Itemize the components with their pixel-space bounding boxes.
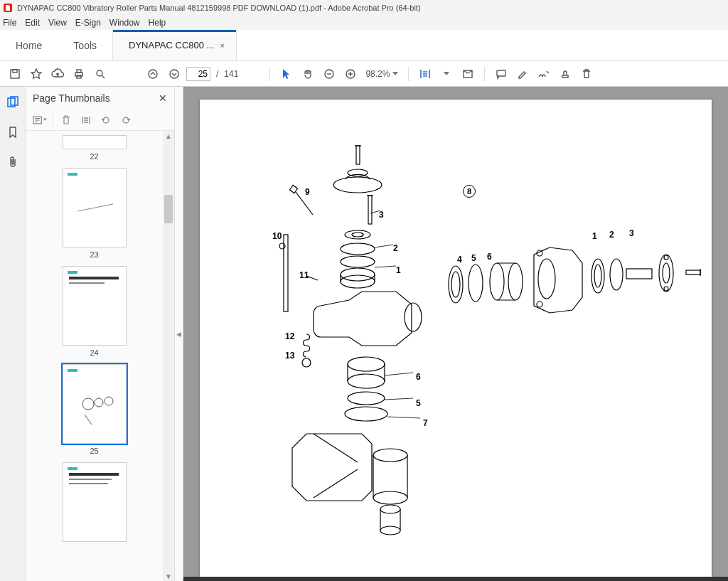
find-icon[interactable] xyxy=(91,65,109,83)
menu-file[interactable]: File xyxy=(3,18,16,28)
svg-point-8 xyxy=(170,70,178,78)
svg-point-31 xyxy=(348,169,368,176)
svg-point-43 xyxy=(302,358,311,367)
print-icon[interactable] xyxy=(70,65,88,83)
svg-rect-25 xyxy=(68,467,77,470)
scroll-up-icon[interactable]: ▲ xyxy=(163,131,174,141)
star-icon[interactable] xyxy=(27,65,46,83)
page-total: 141 xyxy=(224,69,238,79)
menu-window[interactable]: Window xyxy=(109,18,140,28)
svg-point-61 xyxy=(594,265,601,287)
selection-tool-icon[interactable] xyxy=(277,65,296,83)
delete-icon[interactable] xyxy=(577,65,596,83)
svg-line-17 xyxy=(77,204,113,211)
svg-point-44 xyxy=(348,357,385,371)
thumbnail-preview xyxy=(63,364,127,444)
svg-rect-21 xyxy=(68,369,77,372)
svg-point-48 xyxy=(373,449,407,462)
attachments-panel-icon[interactable] xyxy=(4,154,21,171)
svg-point-47 xyxy=(345,407,387,421)
stamp-icon[interactable] xyxy=(556,65,574,83)
scrollbar-handle[interactable] xyxy=(164,195,173,223)
diagram-callout: 1 xyxy=(592,231,597,241)
main-toolbar: / 141 98.2% xyxy=(0,61,728,87)
svg-point-62 xyxy=(610,259,623,290)
svg-point-36 xyxy=(345,230,370,239)
cloud-upload-icon[interactable] xyxy=(48,65,67,83)
page-up-icon[interactable] xyxy=(144,65,162,83)
svg-point-39 xyxy=(341,256,375,267)
tab-document[interactable]: DYNAPAC CC800 ... × xyxy=(112,30,237,60)
svg-rect-34 xyxy=(284,235,288,311)
svg-point-50 xyxy=(380,505,400,513)
dropdown-chevron-icon[interactable] xyxy=(437,65,456,83)
highlight-icon[interactable] xyxy=(513,65,532,83)
menu-view[interactable]: View xyxy=(48,18,67,28)
tab-home[interactable]: Home xyxy=(0,30,58,60)
hand-tool-icon[interactable] xyxy=(299,65,317,83)
toolbar-separator xyxy=(408,67,409,81)
bookmarks-panel-icon[interactable] xyxy=(4,124,21,141)
thumbnail-sort-icon[interactable] xyxy=(79,113,93,127)
menu-esign[interactable]: E-Sign xyxy=(75,18,101,28)
collapse-panel-button[interactable]: ◀ xyxy=(175,87,183,581)
svg-point-6 xyxy=(97,70,102,76)
save-icon[interactable] xyxy=(6,65,24,83)
svg-point-46 xyxy=(348,392,385,405)
thumbnail-rotate-ccw-icon[interactable] xyxy=(99,113,113,127)
thumbnails-panel: Page Thumbnails ✕ 22232425 ▲ ▼ xyxy=(26,87,175,581)
svg-point-67 xyxy=(664,287,668,291)
thumbnails-scrollbar[interactable]: ▲ ▼ xyxy=(163,131,174,581)
sign-icon[interactable] xyxy=(535,65,553,83)
fit-width-icon[interactable] xyxy=(416,65,434,83)
thumbnail-options-icon[interactable] xyxy=(33,113,47,127)
comment-icon[interactable] xyxy=(492,65,510,83)
thumbnail-page-number: 25 xyxy=(90,447,98,455)
zoom-level-dropdown[interactable]: 98.2% xyxy=(365,69,398,79)
toolbar-separator xyxy=(53,114,53,126)
thumbnails-panel-icon[interactable] xyxy=(4,94,21,111)
zoom-level-value: 98.2% xyxy=(365,69,390,79)
page-number-input[interactable] xyxy=(186,67,210,81)
diagram-callout: 13 xyxy=(285,351,294,361)
svg-point-37 xyxy=(352,233,363,237)
read-mode-icon[interactable] xyxy=(459,65,477,83)
svg-point-53 xyxy=(451,272,460,297)
thumbnail-page[interactable]: 25 xyxy=(63,364,127,455)
zoom-out-icon[interactable] xyxy=(320,65,338,83)
zoom-in-icon[interactable] xyxy=(341,65,360,83)
menu-help[interactable]: Help xyxy=(149,18,166,28)
svg-point-22 xyxy=(82,398,94,410)
menu-edit[interactable]: Edit xyxy=(25,18,40,28)
diagram-callout: 9 xyxy=(305,187,310,197)
diagram-callout: 5 xyxy=(471,253,476,263)
svg-point-42 xyxy=(405,303,422,331)
thumbnail-page[interactable] xyxy=(63,462,127,545)
window-titlebar: DYNAPAC CC800 Vibratory Roller Parts Man… xyxy=(0,0,728,16)
document-view[interactable]: 9831024561231111213657 xyxy=(183,87,728,581)
bottom-bar xyxy=(183,577,728,581)
thumbnails-list: 22232425 xyxy=(26,131,163,581)
page-down-icon[interactable] xyxy=(165,65,183,83)
scroll-down-icon[interactable]: ▼ xyxy=(163,571,174,581)
svg-rect-18 xyxy=(68,271,77,274)
tab-tools[interactable]: Tools xyxy=(58,30,112,60)
svg-rect-2 xyxy=(13,70,17,73)
svg-point-23 xyxy=(95,398,103,407)
diagram-callout: 3 xyxy=(379,210,384,220)
parts-diagram xyxy=(200,100,712,581)
svg-point-54 xyxy=(469,265,483,302)
thumbnails-close-button[interactable]: ✕ xyxy=(159,92,167,104)
svg-rect-68 xyxy=(686,270,700,274)
thumbnail-page[interactable]: 23 xyxy=(63,168,127,259)
tab-close-button[interactable]: × xyxy=(220,41,224,50)
thumbnail-rotate-cw-icon[interactable] xyxy=(119,113,133,127)
thumbnail-page[interactable]: 22 xyxy=(63,135,127,161)
svg-point-7 xyxy=(149,70,157,78)
thumbnail-delete-icon[interactable] xyxy=(59,113,73,127)
diagram-callout: 12 xyxy=(285,331,294,341)
svg-rect-27 xyxy=(69,479,112,480)
svg-rect-26 xyxy=(69,473,119,476)
thumbnail-page-number: 23 xyxy=(90,250,98,259)
thumbnail-page[interactable]: 24 xyxy=(63,266,127,357)
